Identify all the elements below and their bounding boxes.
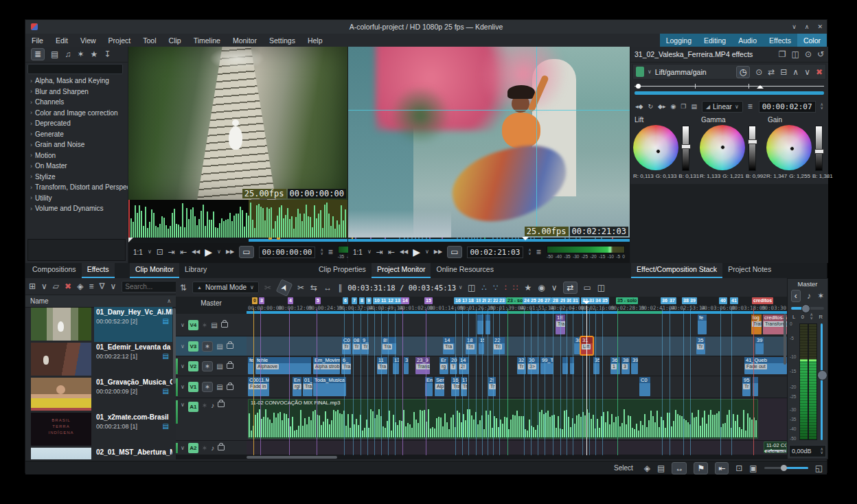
guide-marker[interactable]: 37 bbox=[668, 297, 676, 304]
keyframe-menu-icon[interactable]: ≡ bbox=[748, 102, 753, 111]
insert-zone-icon[interactable]: ∴ bbox=[481, 284, 487, 292]
lock-icon[interactable] bbox=[218, 402, 225, 407]
extract-zone-icon[interactable]: ∶ bbox=[505, 284, 507, 292]
timeline-clip[interactable]: 17Tr bbox=[461, 377, 467, 396]
keyframe-prev-icon[interactable]: ◂◆ bbox=[635, 104, 643, 110]
timeline-clip[interactable] bbox=[753, 377, 758, 396]
bin-item[interactable]: BRASIL TERRA INDÍGENA01_x2mate.com-Brasi… bbox=[25, 412, 172, 447]
menu-file[interactable]: File bbox=[25, 36, 49, 45]
effect-category[interactable]: ›Utility bbox=[25, 193, 128, 204]
balance-slider[interactable] bbox=[791, 307, 824, 310]
timeline-clip[interactable]: 35 bbox=[593, 357, 599, 374]
minimize-button[interactable]: ∨ bbox=[792, 24, 797, 30]
monitor-menu-icon[interactable]: ≡ bbox=[536, 248, 541, 256]
presets-icon[interactable]: ⇄ bbox=[768, 68, 775, 76]
disable-effect-icon[interactable]: ⊙ bbox=[755, 68, 762, 76]
wheel-luma-slider[interactable] bbox=[749, 126, 756, 171]
chevron-down-icon[interactable]: ∨ bbox=[181, 363, 185, 369]
track-effects-icon[interactable]: ✶ bbox=[202, 321, 207, 329]
guide-marker[interactable]: creditos bbox=[752, 297, 773, 304]
balance-spinner[interactable]: ∧∨ bbox=[810, 313, 813, 320]
guide-marker[interactable]: 0 bbox=[252, 297, 258, 304]
overwrite-zone-icon[interactable]: ∵ bbox=[493, 284, 499, 292]
filter-caret-icon[interactable]: ∨ bbox=[110, 282, 116, 290]
workspace-tab-audio[interactable]: Audio bbox=[732, 34, 763, 47]
show-keyframes-icon[interactable]: ⊙ bbox=[805, 50, 812, 58]
lock-icon[interactable] bbox=[227, 343, 233, 349]
timeline-clip[interactable]: 22Tri bbox=[493, 337, 505, 354]
keyframe-ruler[interactable] bbox=[633, 80, 825, 98]
show-markers-icon[interactable]: ⚑ bbox=[694, 462, 708, 474]
tab-clip-properties[interactable]: Clip Properties bbox=[313, 263, 372, 278]
chevron-down-icon[interactable]: ∨ bbox=[181, 445, 185, 451]
menu-edit[interactable]: Edit bbox=[49, 36, 74, 45]
slider-handle[interactable] bbox=[681, 144, 691, 149]
minimize-mixer-icon[interactable]: ‹ bbox=[791, 290, 801, 302]
slider-handle[interactable] bbox=[748, 139, 757, 144]
tab-project-notes[interactable]: Project Notes bbox=[722, 263, 777, 278]
zoom-project-icon[interactable]: ▣ bbox=[749, 464, 757, 472]
timeline-clip[interactable]: 95Tr bbox=[742, 377, 751, 396]
zone-in-icon[interactable]: ⇥ bbox=[376, 248, 383, 256]
guide-marker[interactable]: 9 bbox=[366, 297, 372, 304]
timeline-clip[interactable]: Errg bbox=[439, 357, 448, 374]
monitor-zoom-level[interactable]: 1:1 bbox=[133, 249, 143, 256]
timeline-clip[interactable]: 16_Tra bbox=[451, 377, 459, 396]
guide-marker[interactable]: 7 bbox=[352, 297, 357, 304]
timeline-clip[interactable]: 99_Ta bbox=[540, 357, 553, 374]
zone-bar[interactable] bbox=[348, 239, 630, 242]
timeline-clip[interactable] bbox=[485, 314, 490, 334]
timeline-ruler[interactable]: Master 034567891011121314151617181920212… bbox=[176, 297, 787, 314]
menu-settings[interactable]: Settings bbox=[263, 36, 301, 45]
keyframe-marker[interactable] bbox=[636, 84, 641, 89]
color-wheel[interactable] bbox=[633, 125, 678, 170]
effect-category[interactable]: ›Deprecated bbox=[25, 118, 128, 129]
monitor-timecode[interactable]: 00:02:21:03 bbox=[467, 247, 524, 258]
timeline-clip[interactable]: Em_ bbox=[425, 377, 433, 396]
save-effect-icon[interactable]: ⊟ bbox=[780, 68, 787, 76]
keyframe-copy-icon[interactable]: ❐ bbox=[681, 104, 686, 110]
thumbnails-icon[interactable]: ◫ bbox=[468, 284, 475, 292]
fit-zoom-to-project-icon[interactable]: ◱ bbox=[815, 464, 823, 472]
timeline-clip[interactable]: C0011.MIFade in bbox=[248, 377, 269, 396]
effect-row-lift-gamma-gain[interactable]: ∨ Lift/gamma/gain ◷⊙⇄⊟∧∨✖ bbox=[632, 64, 826, 80]
keyframe-refresh-icon[interactable]: ↻ bbox=[648, 104, 653, 110]
track-header-v3[interactable]: ∨V3✶▤ bbox=[176, 336, 247, 356]
timeline-clip[interactable]: 11Tra bbox=[377, 357, 387, 374]
effect-category[interactable]: ›Transform, Distort and Perspective bbox=[25, 182, 128, 193]
timeline-clip[interactable]: 20T bbox=[450, 357, 457, 374]
timeline-clip[interactable]: fehleAlphaove bbox=[255, 357, 311, 374]
filter-icon[interactable]: ∇ bbox=[99, 282, 104, 290]
tab-clip-monitor[interactable]: Clip Monitor bbox=[130, 263, 179, 278]
guide-marker[interactable]: 40 bbox=[719, 297, 727, 304]
zoom-caret-icon[interactable]: ∨ bbox=[367, 249, 372, 255]
clip-monitor-video-frame[interactable]: 25.00fps 00:00:00:00 bbox=[128, 47, 347, 200]
timeline-clip[interactable]: 39 bbox=[631, 357, 638, 374]
edit-mode-select[interactable]: ▲ Normal Mode ∨ bbox=[192, 282, 259, 293]
guide-marker[interactable]: 8 bbox=[359, 297, 365, 304]
record-caret-icon[interactable]: ∨ bbox=[551, 284, 558, 292]
timeline-clip[interactable]: logTrai bbox=[751, 314, 762, 334]
interpolation-select[interactable]: ◢ Linear ∨ bbox=[702, 101, 743, 113]
effect-category[interactable]: ›Motion bbox=[25, 150, 128, 161]
keyframe-timecode[interactable]: 00:00:02:07 bbox=[759, 101, 816, 113]
razor-tool-icon[interactable]: ✂ bbox=[297, 284, 304, 292]
timeline-clip[interactable]: fe bbox=[248, 357, 254, 374]
create-folder-icon[interactable]: ▱ bbox=[53, 282, 59, 290]
thumbnail-status-icon[interactable]: ▤ bbox=[657, 464, 665, 472]
color-wheel[interactable] bbox=[700, 125, 745, 170]
zone-tool-icon[interactable]: ↔ bbox=[323, 284, 332, 292]
title-bar[interactable]: A-colorful-project / HD 1080p 25 fps — K… bbox=[25, 20, 827, 34]
timeline-clip[interactable]: Enrgi bbox=[293, 377, 301, 396]
chevron-down-icon[interactable]: ∨ bbox=[181, 384, 185, 390]
lock-icon[interactable] bbox=[227, 363, 233, 369]
timeline-playhead[interactable] bbox=[586, 306, 587, 455]
track-header-v4[interactable]: ∨V4✶▤ bbox=[176, 314, 247, 336]
record-icon[interactable]: ◉ bbox=[538, 284, 545, 292]
split-view-icon[interactable]: ◫ bbox=[597, 284, 605, 292]
add-clip-icon[interactable]: ⊞ bbox=[29, 282, 36, 290]
wheel-luma-slider[interactable] bbox=[682, 126, 689, 171]
guide-marker[interactable]: 27 bbox=[543, 297, 551, 304]
timeline-clip[interactable]: 11-02 CONVFade in/Fad bbox=[764, 442, 787, 453]
add-clip-caret-icon[interactable]: ∨ bbox=[41, 282, 47, 290]
